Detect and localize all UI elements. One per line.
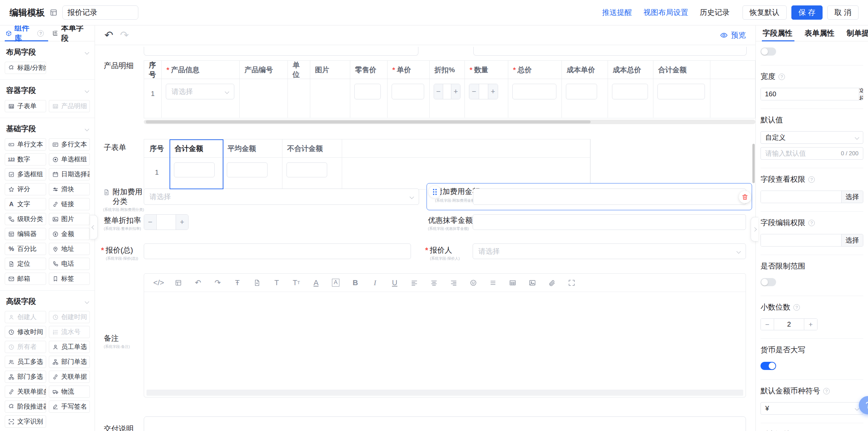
font-size-icon[interactable]: TT [287,276,306,289]
sidebar-component-item[interactable]: %百分比 [5,243,46,255]
attachment-icon[interactable] [542,276,562,289]
sidebar-component-item[interactable]: 邮箱 [5,273,46,285]
width-input[interactable] [761,88,859,100]
column-header[interactable]: 图片 [310,61,350,79]
sidebar-component-item[interactable]: 员工单选 [49,341,90,353]
clipped-field-input[interactable] [144,47,418,56]
plus-button[interactable]: + [451,84,460,99]
edit-permission-choose-button[interactable]: 选择 [841,234,863,246]
panel-collapse-handle[interactable] [751,217,758,241]
sidebar-component-item[interactable]: 多选框组 [5,168,46,180]
cell-stepper[interactable]: −+ [434,84,460,99]
default-type-select[interactable]: 自定义 [761,131,863,144]
help-icon[interactable]: ? [823,388,830,394]
push-reminder-link[interactable]: 推送提醒 [602,7,632,18]
quoter-select[interactable]: 请选择 [473,243,746,259]
align-center-icon[interactable] [424,276,444,289]
tab-current-fields[interactable]: 本单字段 [52,25,89,43]
sidebar-component-item[interactable]: 多行文本 [49,138,90,151]
cell-input[interactable] [612,84,648,99]
underline-icon[interactable]: U [385,276,405,289]
help-icon[interactable]: ? [37,30,44,37]
fullscreen-icon[interactable] [562,276,581,289]
limit-range-toggle[interactable] [761,278,776,286]
column-header[interactable]: *单价 [388,61,430,79]
group-title[interactable]: 基础字段 [5,118,90,138]
sidebar-component-item[interactable]: 滑块 [49,183,90,195]
minus-button[interactable]: − [469,84,479,99]
cancel-button[interactable]: 取 消 [827,5,859,20]
rounding-input[interactable] [473,214,746,230]
edit-permission-value[interactable] [761,234,841,246]
column-header[interactable]: 零售价 [350,61,388,79]
horizontal-scrollbar[interactable] [144,120,755,124]
view-layout-settings-link[interactable]: 视图布局设置 [644,7,688,18]
view-permission-value[interactable] [761,191,841,203]
sidebar-component-item[interactable]: 修改时间 [5,326,46,338]
sidebar-component-item[interactable]: 图片 [49,213,90,225]
column-header[interactable]: 单位 [288,61,310,79]
cell-input[interactable] [657,84,705,99]
undo-icon[interactable]: ↶ [104,30,113,40]
table-icon[interactable] [503,276,522,289]
delivery-input[interactable] [144,416,746,431]
column-header[interactable]: 产品编号 [240,61,288,79]
layout-icon[interactable] [169,276,188,289]
sidebar-component-item[interactable]: 物流 [49,386,90,398]
undo-icon[interactable]: ↶ [188,276,208,289]
view-permission-choose-button[interactable]: 选择 [841,191,863,203]
align-left-icon[interactable] [405,276,424,289]
clipped-field-input[interactable] [473,47,747,56]
cell-input[interactable] [287,162,327,177]
column-header[interactable]: 成本总价 [608,61,653,79]
column-header[interactable]: 不合计金额 [282,139,342,158]
currency-symbol-select[interactable]: ¥ [761,402,863,415]
save-button[interactable]: 保 存 [791,5,823,20]
font-color-icon[interactable]: A [306,276,326,289]
scrollbar-thumb[interactable] [146,120,591,123]
sidebar-component-item[interactable]: 链接 [49,198,90,210]
sidebar-component-item[interactable]: 电话 [49,258,90,270]
sidebar-collapse-handle[interactable] [90,215,98,239]
sidebar-component-item[interactable]: 部门单选 [49,356,90,368]
column-header[interactable]: 成本单价 [562,61,608,79]
cell-input[interactable] [227,162,268,177]
column-header[interactable]: *总价 [508,61,562,79]
minus-button[interactable]: − [144,215,156,230]
sidebar-component-item[interactable]: A文字 [5,198,46,210]
column-header[interactable]: 平均金额 [223,139,282,158]
emoji-icon[interactable] [463,276,483,289]
align-right-icon[interactable] [444,276,463,289]
group-title[interactable]: 容器字段 [5,80,90,100]
addfee-amount-input[interactable] [473,189,746,205]
clear-format-icon[interactable]: Ŧ [228,276,247,289]
template-name-input[interactable] [62,5,138,20]
editor-resize-bar[interactable] [146,390,743,396]
column-header[interactable]: 合计金额 [653,61,710,79]
sidebar-component-item[interactable]: 日期选择器 [49,168,90,180]
group-title[interactable]: 高级字段 [5,291,90,311]
discount-stepper[interactable]: −+ [144,214,189,230]
sidebar-component-item[interactable]: 金额 [49,228,90,240]
column-header[interactable]: 折扣% [430,61,465,79]
plus-button[interactable]: + [804,319,817,330]
sidebar-component-item[interactable]: 部门多选 [5,371,46,383]
help-icon[interactable]: ? [793,304,800,311]
restore-default-button[interactable]: 恢复默认 [743,5,787,20]
addfee-category-select[interactable]: 请选择 [144,189,419,205]
selected-field-addfee-amount[interactable]: 附加费用金额 (系统字段-附加费用金额) [427,183,752,210]
column-header[interactable]: 合计金额 [170,139,223,158]
bg-color-icon[interactable]: A [326,276,346,289]
sidebar-component-item[interactable]: 员工多选 [5,356,46,368]
sidebar-component-item[interactable]: 子表单 [5,100,46,112]
cell-input[interactable] [354,84,381,99]
minus-button[interactable]: − [761,319,774,330]
help-icon[interactable]: ? [808,220,815,226]
plus-button[interactable]: + [488,84,498,99]
bold-icon[interactable]: B [346,276,365,289]
plus-button[interactable]: + [176,215,188,230]
redo-icon[interactable]: ↷ [208,276,228,289]
tab-doc-tips[interactable]: 制单提示 [847,28,868,38]
product-detail-table[interactable]: 序号*产品信息产品编号单位图片零售价*单价折扣%*数量*总价成本单价成本总价合计… [144,60,755,118]
insert-file-icon[interactable] [247,276,267,289]
